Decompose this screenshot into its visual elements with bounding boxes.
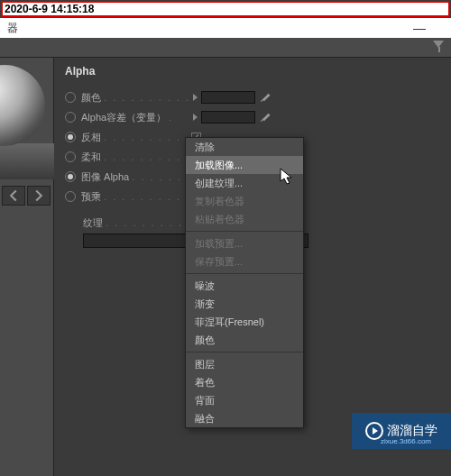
menu-noise[interactable]: 噪波 <box>186 277 303 295</box>
radio-color[interactable] <box>65 92 76 103</box>
radio-invert[interactable] <box>65 132 76 142</box>
radio-alpha-tol[interactable] <box>65 112 76 123</box>
menu-copy-shader: 复制着色器 <box>186 192 303 210</box>
arrow-icon[interactable] <box>193 114 198 121</box>
prop-alpha-tolerance-row: Alpha容差（变量） . <box>65 108 440 126</box>
menu-shade[interactable]: 着色 <box>186 373 303 391</box>
radio-premul[interactable] <box>65 191 76 202</box>
material-preview-sphere[interactable] <box>0 65 45 146</box>
alpha-tol-swatch[interactable] <box>201 111 255 124</box>
nav-left-button[interactable] <box>2 186 25 206</box>
preview-column <box>0 58 54 476</box>
radio-image-alpha[interactable] <box>65 171 76 182</box>
radio-soft[interactable] <box>65 151 76 162</box>
window-title: 器 <box>7 21 18 36</box>
menu-color[interactable]: 颜色 <box>186 331 303 349</box>
context-menu: 清除 加载图像... 创建纹理... 复制着色器 粘贴着色器 加载预置... 保… <box>185 137 304 428</box>
color-swatch[interactable] <box>201 91 255 104</box>
preview-ground <box>0 143 54 179</box>
prop-alpha-tol-label: Alpha容差（变量） . <box>81 111 189 124</box>
window-titlebar: 器 — <box>0 18 451 38</box>
prop-soft-label: 柔和 . . . . . . . . . . <box>81 151 189 164</box>
menu-backface[interactable]: 背面 <box>186 391 303 409</box>
timestamp-bar: 2020-6-9 14:15:18 <box>1 1 450 17</box>
menu-create-texture[interactable]: 创建纹理... <box>186 174 303 192</box>
menu-load-preset: 加载预置... <box>186 234 303 252</box>
menu-load-image[interactable]: 加载图像... <box>186 156 303 174</box>
prop-premul-label: 预乘 . . . . . . . . . . <box>81 190 189 204</box>
minimize-button[interactable]: — <box>413 21 444 35</box>
menu-layer[interactable]: 图层 <box>186 355 303 373</box>
menu-save-preset: 保存预置... <box>186 252 303 270</box>
toolbar <box>0 38 451 58</box>
menu-clear[interactable]: 清除 <box>186 138 303 156</box>
menu-separator <box>186 352 303 352</box>
panel-title: Alpha <box>65 65 440 78</box>
watermark: 溜溜自学 zixue.3d66.com <box>352 413 451 449</box>
dropdown-handle-icon <box>438 47 440 52</box>
menu-blend[interactable]: 融合 <box>186 409 303 427</box>
menu-paste-shader: 粘贴着色器 <box>186 210 303 228</box>
preview-toolbar <box>0 184 54 207</box>
nav-right-button[interactable] <box>27 186 51 206</box>
arrow-icon[interactable] <box>193 94 198 101</box>
prop-invert-label: 反相 . . . . . . . . . . <box>81 131 189 144</box>
watermark-sub: zixue.3d66.com <box>381 437 431 445</box>
prop-color-row: 颜色 . . . . . . . . . . <box>65 88 440 106</box>
eyedropper-icon[interactable] <box>259 91 272 104</box>
menu-gradient[interactable]: 渐变 <box>186 295 303 313</box>
menu-separator <box>186 231 303 232</box>
menu-fresnel[interactable]: 菲涅耳(Fresnel) <box>186 313 303 331</box>
timestamp-text: 2020-6-9 14:15:18 <box>5 3 94 15</box>
prop-image-alpha-label: 图像 Alpha . . . . . . <box>81 170 189 184</box>
eyedropper-icon[interactable] <box>259 111 272 124</box>
menu-separator <box>186 273 303 274</box>
prop-color-label: 颜色 . . . . . . . . . . <box>81 91 189 105</box>
